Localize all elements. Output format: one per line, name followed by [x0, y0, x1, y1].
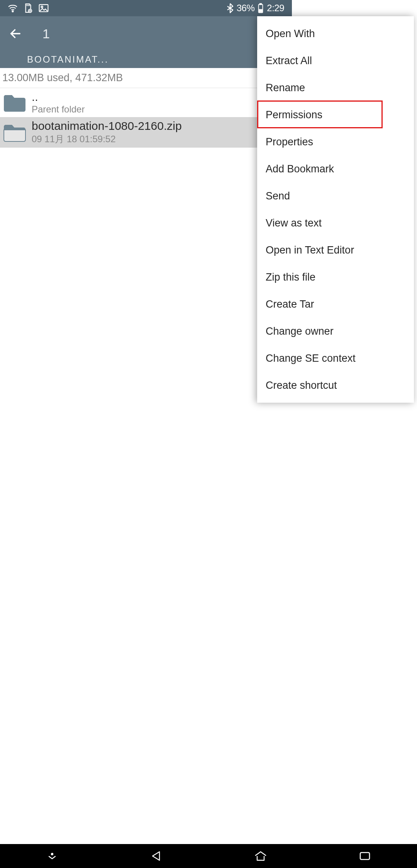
menu-change-owner[interactable]: Change owner	[257, 318, 292, 345]
svg-point-0	[12, 11, 13, 12]
gallery-icon	[39, 4, 49, 12]
file-list: .. Parent folder bootanimation-1080-2160…	[0, 88, 292, 148]
folder-icon	[2, 122, 27, 143]
storage-usage-line: 13.00MB used, 471.32MB	[0, 68, 292, 88]
menu-add-bookmark[interactable]: Add Bookmark	[257, 155, 292, 182]
status-right: 36% 2:29	[227, 3, 284, 14]
parent-folder-row[interactable]: .. Parent folder	[0, 88, 292, 117]
context-menu: Open With Extract All Rename Permissions…	[257, 16, 292, 403]
menu-properties[interactable]: Properties	[257, 128, 292, 155]
menu-open-with[interactable]: Open With	[257, 20, 292, 47]
svg-point-3	[41, 6, 43, 8]
clock-text: 2:29	[267, 3, 284, 14]
storage-usage-text: 13.00MB used, 471.32MB	[2, 72, 123, 84]
menu-extract-all[interactable]: Extract All	[257, 47, 292, 74]
menu-open-text-editor[interactable]: Open in Text Editor	[257, 237, 292, 264]
bluetooth-icon	[227, 3, 234, 13]
file-name: bootanimation-1080-2160.zip	[32, 119, 182, 132]
menu-change-se-context[interactable]: Change SE context	[257, 345, 292, 372]
selection-count: 1	[42, 26, 50, 41]
back-button[interactable]	[5, 23, 26, 44]
sd-card-icon	[23, 3, 33, 13]
menu-create-tar[interactable]: Create Tar	[257, 291, 292, 318]
svg-rect-6	[259, 10, 262, 12]
menu-create-shortcut[interactable]: Create shortcut	[257, 372, 292, 399]
folder-icon	[2, 92, 27, 113]
status-left-icons	[8, 3, 49, 13]
file-row-selected[interactable]: bootanimation-1080-2160.zip 09 11月 18 01…	[0, 117, 292, 148]
menu-rename[interactable]: Rename	[257, 74, 292, 101]
app-bar: 1 BOOTANIMAT...	[0, 16, 292, 68]
breadcrumb-text: BOOTANIMAT...	[27, 54, 108, 65]
file-subtitle: Parent folder	[32, 104, 85, 115]
file-subtitle: 09 11月 18 01:59:52	[32, 133, 182, 145]
status-bar: 36% 2:29	[0, 0, 292, 16]
svg-rect-5	[260, 3, 262, 5]
app-bar-top: 1	[0, 16, 292, 51]
battery-percent-text: 36%	[237, 3, 255, 14]
file-name: ..	[32, 90, 85, 103]
menu-send[interactable]: Send	[257, 182, 292, 209]
breadcrumb[interactable]: BOOTANIMAT...	[0, 51, 292, 68]
battery-icon	[258, 3, 264, 13]
menu-zip-this-file[interactable]: Zip this file	[257, 264, 292, 291]
menu-view-as-text[interactable]: View as text	[257, 209, 292, 237]
wifi-icon	[8, 4, 18, 12]
menu-permissions[interactable]: Permissions	[257, 101, 292, 128]
